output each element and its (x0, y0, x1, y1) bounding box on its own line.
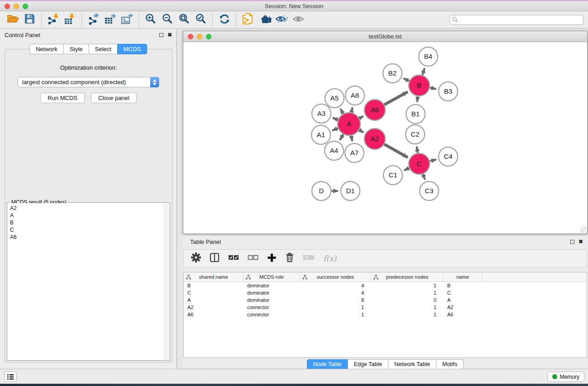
table-cell[interactable]: 0 (371, 297, 444, 303)
graph-edge-C-C3[interactable] (423, 174, 425, 180)
graph-node-B1[interactable]: B1 (406, 105, 425, 124)
tab-network[interactable]: Network (29, 44, 64, 54)
show-graphics-details-button[interactable] (290, 12, 306, 28)
table-cell[interactable]: A6 (184, 312, 244, 317)
criterion-dropdown[interactable]: largest connected component (directed) (18, 77, 159, 87)
tab-motifs[interactable]: Motifs (436, 359, 464, 369)
import-network-button[interactable] (45, 12, 62, 28)
export-network-button[interactable] (85, 12, 102, 28)
table-row[interactable]: Bdominator41B (184, 282, 587, 289)
network-canvas[interactable]: B4B2BB3A5A8A6A3B1AA1C2A2A4A7C4CC1C3DD1 (183, 43, 587, 234)
window-resize-grip[interactable] (581, 227, 587, 233)
graph-node-B3[interactable]: B3 (439, 82, 458, 101)
graph-edge-A6-B[interactable] (384, 92, 408, 105)
open-session-button[interactable] (5, 12, 21, 28)
memory-button[interactable]: Memory (547, 372, 584, 382)
graph-node-A4[interactable]: A4 (325, 141, 344, 160)
table-cell[interactable]: C (444, 290, 482, 295)
tab-edge-table[interactable]: Edge Table (348, 359, 388, 369)
result-item[interactable]: C (8, 226, 164, 234)
network-from-file-button[interactable] (239, 12, 256, 28)
column-header-shared-name[interactable]: shared name (184, 272, 244, 281)
task-history-button[interactable] (4, 372, 17, 382)
graph-edge-A-A6[interactable] (359, 116, 363, 119)
select-all-icon[interactable] (228, 254, 239, 263)
network-close-button[interactable] (188, 34, 193, 39)
float-panel-icon[interactable] (159, 33, 163, 37)
table-cell[interactable]: 4 (300, 283, 371, 288)
graph-edge-A-A2[interactable] (359, 130, 363, 132)
graph-node-C4[interactable]: C4 (439, 147, 458, 166)
import-table-button[interactable] (62, 12, 78, 28)
tab-network-table[interactable]: Network Table (388, 359, 436, 369)
close-panel-icon[interactable]: ✖ (167, 32, 172, 38)
graph-edge-B-B4[interactable] (422, 68, 425, 75)
hide-details-button[interactable] (273, 12, 290, 28)
graph-node-A2[interactable]: A2 (364, 129, 385, 149)
table-cell[interactable]: dominator (244, 290, 300, 295)
graph-node-A5[interactable]: A5 (325, 89, 344, 108)
table-cell[interactable]: 1 (300, 312, 371, 317)
column-header-successor-nodes[interactable]: successor nodes (300, 272, 371, 281)
float-table-panel-icon[interactable] (570, 240, 574, 244)
table-cell[interactable]: dominator (244, 283, 300, 288)
result-item[interactable]: A6 (8, 234, 164, 241)
tab-node-table[interactable]: Node Table (307, 359, 348, 369)
close-window-button[interactable] (5, 4, 10, 9)
tab-mcds[interactable]: MCDS (117, 44, 147, 54)
table-cell[interactable]: A6 (444, 312, 482, 317)
graph-edge-A2-C[interactable] (384, 144, 408, 157)
column-header-predecessor-nodes[interactable]: predecessor nodes (371, 272, 444, 281)
table-cell[interactable]: 1 (371, 283, 444, 288)
graph-node-C2[interactable]: C2 (406, 125, 425, 144)
graph-edge-B-B2[interactable] (404, 78, 410, 81)
table-row[interactable]: A6connector11A6 (184, 311, 587, 318)
result-item[interactable]: A2 (8, 205, 164, 212)
graph-node-A7[interactable]: A7 (345, 143, 364, 162)
graph-node-C1[interactable]: C1 (383, 166, 402, 185)
table-row[interactable]: Adominator80A (184, 296, 587, 304)
table-row[interactable]: Cdominator41C (184, 289, 587, 296)
graph-node-B2[interactable]: B2 (383, 64, 402, 83)
table-cell[interactable]: B (184, 283, 244, 288)
table-cell[interactable]: dominator (244, 297, 300, 303)
zoom-window-button[interactable] (23, 4, 28, 9)
home-button[interactable] (256, 12, 273, 28)
minimize-window-button[interactable] (14, 4, 19, 9)
table-cell[interactable]: 1 (371, 290, 444, 295)
unselect-all-icon[interactable] (248, 254, 258, 263)
result-scrollbar[interactable] (164, 203, 169, 360)
zoom-fit-button[interactable] (176, 12, 192, 28)
show-columns-icon[interactable] (210, 253, 220, 264)
close-panel-button[interactable]: Close panel (91, 93, 137, 103)
graph-node-D[interactable]: D (312, 181, 331, 200)
graph-edge-A-A1[interactable] (332, 128, 338, 130)
table-cell[interactable]: A2 (184, 305, 244, 310)
table-cell[interactable]: 1 (371, 305, 444, 310)
result-item[interactable]: B (8, 219, 164, 226)
export-table-button[interactable] (102, 12, 119, 28)
column-header-name[interactable]: name (444, 272, 482, 281)
table-cell[interactable]: C (184, 290, 244, 295)
graph-edge-A-A8[interactable] (351, 107, 352, 112)
graph-node-C[interactable]: C (409, 153, 430, 174)
table-cell[interactable]: B (444, 283, 482, 288)
zoom-out-button[interactable] (159, 12, 176, 28)
function-builder-icon[interactable]: f(x) (323, 254, 336, 263)
graph-node-A[interactable]: A (338, 113, 360, 135)
table-cell[interactable]: A (184, 297, 244, 303)
run-mcds-button[interactable]: Run MCDS (40, 93, 85, 103)
tab-style[interactable]: Style (63, 44, 89, 54)
graph-edge-A-A5[interactable] (340, 109, 343, 114)
graph-node-D1[interactable]: D1 (341, 181, 360, 200)
tab-select[interactable]: Select (89, 44, 118, 54)
delete-table-icon[interactable] (303, 254, 315, 263)
graph-node-A6[interactable]: A6 (364, 100, 385, 120)
graph-node-A3[interactable]: A3 (312, 104, 331, 123)
search-input[interactable] (449, 15, 583, 25)
add-column-icon[interactable] (267, 253, 277, 264)
graph-edge-B-B1[interactable] (417, 96, 418, 102)
graph-edge-B-B3[interactable] (430, 88, 436, 89)
column-header-MCDS-role[interactable]: MCDS role (244, 272, 300, 281)
table-cell[interactable]: 4 (300, 290, 371, 295)
